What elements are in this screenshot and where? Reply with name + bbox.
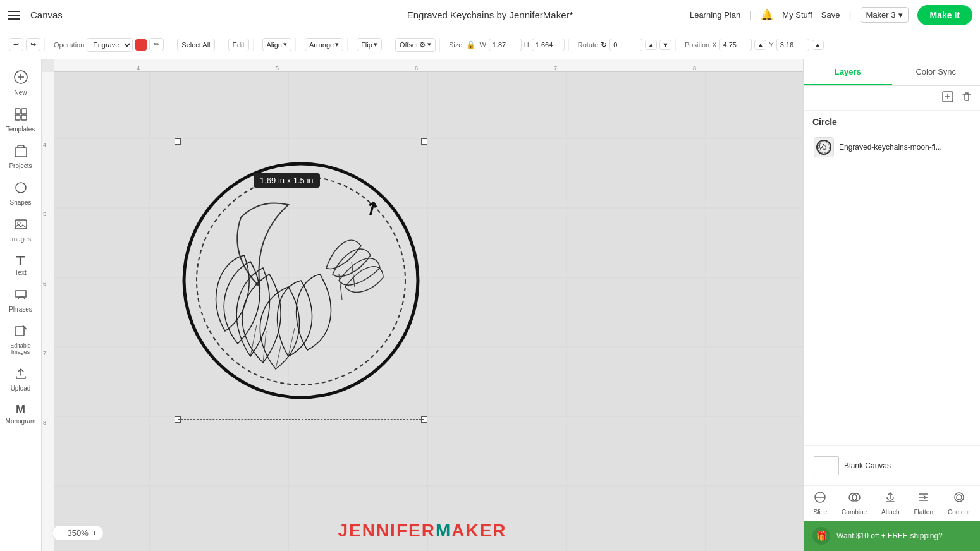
contour-tool[interactable]: Contour: [948, 491, 971, 516]
upload-label: Upload: [11, 385, 31, 392]
rotate-group: Rotate ↻ 0 ▲ ▼: [574, 39, 676, 51]
chevron-down-icon: ▾: [283, 40, 287, 49]
rotate-up[interactable]: ▲: [645, 40, 657, 50]
main-area: New Templates Projects Shapes Images: [0, 59, 980, 551]
rotate-down[interactable]: ▼: [659, 40, 671, 50]
new-label: New: [14, 89, 27, 96]
y-input[interactable]: 3.16: [776, 39, 809, 51]
promo-banner[interactable]: 🎁 Want $10 off + FREE shipping?: [804, 521, 980, 551]
slice-label: Slice: [813, 509, 827, 516]
contour-label: Contour: [948, 509, 971, 516]
right-nav: Learning Plan | 🔔 My Stuff Save | Maker …: [690, 5, 972, 25]
sidebar-item-shapes[interactable]: Shapes: [3, 176, 39, 211]
align-button[interactable]: Align ▾: [262, 38, 291, 51]
toolbar: ↩ ↪ Operation Engrave ✏ Select All Edit …: [0, 30, 980, 59]
svg-rect-6: [21, 115, 27, 120]
x-input[interactable]: 4.75: [719, 39, 752, 51]
edit-pen-button[interactable]: ✏: [149, 38, 164, 51]
save-button[interactable]: Save: [821, 10, 840, 20]
operation-select[interactable]: Engrave: [87, 38, 133, 52]
attach-tool[interactable]: Attach: [881, 491, 899, 516]
sidebar-item-monogram[interactable]: M Monogram: [3, 398, 39, 430]
canvas-content: 1.69 in x 1.5 in ↗: [54, 72, 803, 551]
edit-button[interactable]: Edit: [228, 39, 249, 51]
x-up[interactable]: ▲: [754, 40, 766, 50]
tab-color-sync[interactable]: Color Sync: [892, 59, 981, 85]
images-label: Images: [10, 236, 31, 243]
machine-selector[interactable]: Maker 3 ▾: [861, 7, 909, 23]
notifications-icon[interactable]: 🔔: [761, 9, 773, 21]
sidebar-item-phrases[interactable]: Phrases: [3, 282, 39, 318]
learning-plan-link[interactable]: Learning Plan: [690, 10, 740, 20]
layer-name: Engraved-keychains-moon-fl...: [839, 143, 970, 152]
zoom-level: 350%: [68, 528, 89, 538]
editable-images-label: Editable Images: [5, 342, 37, 355]
canvas-area[interactable]: 4 5 6 7 8 4 5 6 7 8: [42, 59, 803, 551]
make-it-button[interactable]: Make It: [917, 5, 972, 25]
svg-point-30: [817, 140, 831, 154]
offset-button[interactable]: Offset ⚙ ▾: [395, 38, 436, 52]
size-group: Size 🔒 W 1.87 H 1.664: [445, 39, 569, 51]
arrange-button[interactable]: Arrange ▾: [305, 38, 343, 51]
width-input[interactable]: 1.87: [489, 39, 522, 51]
projects-label: Projects: [9, 162, 32, 169]
operation-color[interactable]: [135, 39, 147, 51]
combine-tool[interactable]: Combine: [842, 491, 867, 516]
tab-layers[interactable]: Layers: [804, 59, 892, 85]
sidebar-item-text[interactable]: T Text: [3, 249, 39, 281]
attach-icon: [884, 491, 897, 507]
y-label: Y: [769, 41, 773, 49]
lock-icon[interactable]: 🔒: [466, 40, 475, 49]
bottom-tools: Slice Combine Attach Flatten: [804, 485, 980, 521]
rotate-icon: ↻: [601, 40, 607, 49]
redo-button[interactable]: ↪: [26, 38, 40, 51]
chevron-down-icon: ▾: [898, 10, 903, 20]
my-stuff-link[interactable]: My Stuff: [782, 10, 812, 20]
sidebar-item-editable-images[interactable]: Editable Images: [3, 319, 39, 360]
layers-add-button[interactable]: [941, 90, 955, 106]
flip-button[interactable]: Flip ▾: [357, 38, 382, 51]
sidebar-item-images[interactable]: Images: [3, 212, 39, 248]
editable-images-icon: [14, 324, 28, 341]
new-icon: [13, 70, 28, 88]
select-all-group: Select All: [173, 39, 219, 51]
ruler-top: 4 5 6 7 8: [54, 59, 803, 72]
y-up[interactable]: ▲: [812, 40, 824, 50]
chevron-down-icon: ▾: [335, 40, 339, 49]
hamburger-menu[interactable]: [8, 11, 20, 20]
height-input[interactable]: 1.664: [532, 39, 565, 51]
sidebar-item-upload[interactable]: Upload: [3, 361, 39, 397]
zoom-in-button[interactable]: +: [92, 528, 97, 538]
chevron-down-icon: ▾: [427, 40, 431, 49]
monogram-label: Monogram: [6, 418, 36, 425]
select-all-button[interactable]: Select All: [177, 39, 214, 51]
sidebar-item-templates[interactable]: Templates: [3, 102, 39, 138]
watermark: JENNIFERMAKER: [338, 521, 506, 541]
layer-item[interactable]: Engraved-keychains-moon-fl...: [810, 133, 974, 161]
right-bottom: Blank Canvas: [804, 445, 980, 485]
chevron-down-icon: ▾: [374, 40, 377, 49]
text-label: Text: [15, 269, 26, 276]
blank-canvas-label: Blank Canvas: [844, 461, 891, 470]
size-tooltip: 1.69 in x 1.5 in: [254, 173, 320, 188]
position-label: Position: [685, 41, 709, 49]
flatten-label: Flatten: [914, 509, 933, 516]
layer-section-title: Circle: [804, 111, 980, 131]
svg-rect-4: [21, 109, 27, 114]
undo-button[interactable]: ↩: [9, 38, 23, 51]
sidebar-item-new[interactable]: New: [3, 64, 39, 101]
shapes-label: Shapes: [10, 199, 32, 206]
layers-delete-button[interactable]: [960, 90, 974, 106]
slice-tool[interactable]: Slice: [813, 491, 827, 516]
sidebar-item-projects[interactable]: Projects: [3, 139, 39, 174]
ruler-left: 4 5 6 7 8: [42, 72, 54, 551]
zoom-out-button[interactable]: −: [59, 528, 64, 538]
design-container[interactable]: 1.69 in x 1.5 in ↗: [178, 142, 424, 420]
images-icon: [14, 217, 28, 234]
align-group: Align ▾: [259, 38, 296, 51]
flatten-tool[interactable]: Flatten: [914, 491, 933, 516]
svg-point-41: [957, 495, 962, 500]
watermark-part2: M: [436, 521, 451, 540]
rotate-input[interactable]: 0: [609, 39, 642, 51]
rotate-label: Rotate: [578, 41, 598, 49]
